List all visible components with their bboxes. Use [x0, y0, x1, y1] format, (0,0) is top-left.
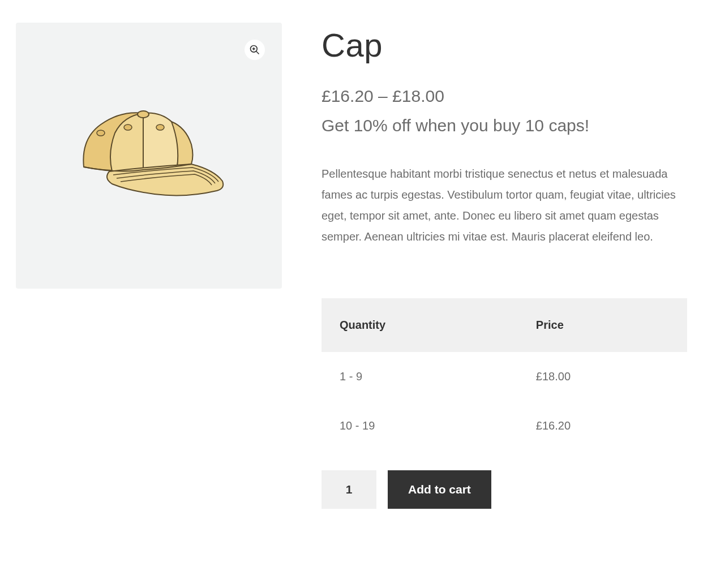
- quantity-cell: 1 - 9: [322, 352, 518, 401]
- zoom-button[interactable]: [245, 40, 265, 60]
- price-cell: £18.00: [518, 352, 687, 401]
- product-container: Cap £16.20 – £18.00 Get 10% off when you…: [16, 23, 687, 509]
- table-row: 1 - 9 £18.00: [322, 352, 687, 401]
- cart-row: Add to cart: [322, 470, 687, 509]
- quantity-header: Quantity: [322, 298, 518, 352]
- table-header-row: Quantity Price: [322, 298, 687, 352]
- product-title: Cap: [322, 26, 687, 64]
- product-description: Pellentesque habitant morbi tristique se…: [322, 164, 687, 247]
- svg-line-1: [256, 51, 259, 54]
- promo-text: Get 10% off when you buy 10 caps!: [322, 116, 687, 135]
- price-cell: £16.20: [518, 401, 687, 450]
- svg-point-7: [156, 125, 164, 130]
- magnify-plus-icon: [249, 44, 260, 55]
- svg-point-5: [97, 130, 105, 136]
- quantity-input[interactable]: [322, 470, 376, 509]
- product-image-column: [16, 23, 282, 509]
- product-image-box[interactable]: [16, 23, 282, 289]
- table-row: 10 - 19 £16.20: [322, 401, 687, 450]
- svg-point-6: [124, 125, 132, 130]
- product-details: Cap £16.20 – £18.00 Get 10% off when you…: [322, 23, 687, 509]
- cap-image: [67, 99, 231, 212]
- price-tier-table: Quantity Price 1 - 9 £18.00 10 - 19 £16.…: [322, 298, 687, 450]
- quantity-cell: 10 - 19: [322, 401, 518, 450]
- svg-point-4: [138, 111, 149, 118]
- price-header: Price: [518, 298, 687, 352]
- price-range: £16.20 – £18.00: [322, 87, 687, 106]
- add-to-cart-button[interactable]: Add to cart: [388, 470, 491, 509]
